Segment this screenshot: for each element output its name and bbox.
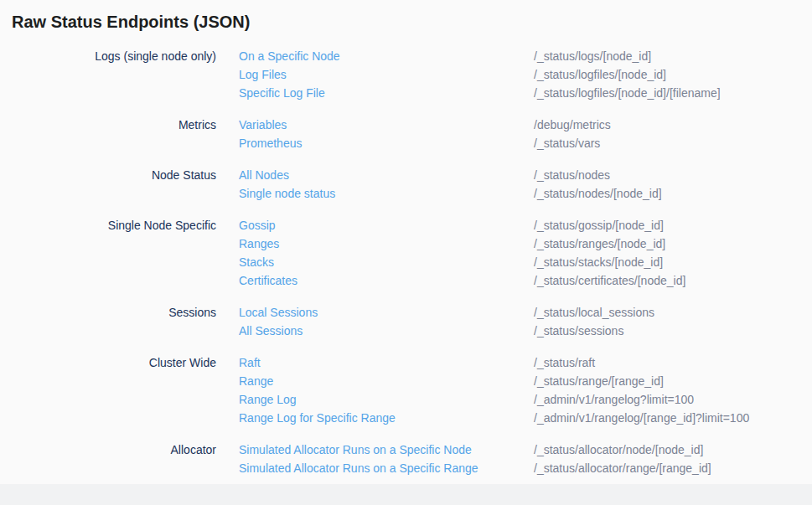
endpoint-path: /_status/allocator/node/[node_id] (534, 441, 703, 459)
endpoint-row: Range Log for Specific Range /_admin/v1/… (239, 409, 749, 427)
endpoint-link[interactable]: Range Log for Specific Range (239, 409, 534, 427)
endpoint-row: On a Specific Node /_status/logs/[node_i… (239, 47, 721, 65)
endpoint-row: Local Sessions /_status/local_sessions (239, 303, 654, 322)
endpoint-row: Stacks /_status/stacks/[node_id] (239, 253, 685, 271)
endpoint-path: /_status/logfiles/[node_id]/[filename] (534, 84, 721, 102)
endpoint-link[interactable]: Single node status (239, 184, 534, 203)
endpoint-path: /_admin/v1/rangelog?limit=100 (534, 390, 694, 409)
endpoint-row: Ranges /_status/ranges/[node_id] (239, 234, 685, 253)
endpoint-row: All Sessions /_status/sessions (239, 322, 654, 340)
endpoints-table: Logs (single node only) On a Specific No… (0, 47, 812, 477)
endpoint-link[interactable]: Raft (239, 353, 534, 372)
endpoint-row: All Nodes /_status/nodes (239, 166, 662, 184)
endpoint-rows: Variables /debug/metrics Prometheus /_st… (239, 116, 611, 152)
endpoint-group-cluster-wide: Cluster Wide Raft /_status/raft Range /_… (0, 353, 812, 427)
endpoint-rows: Local Sessions /_status/local_sessions A… (239, 303, 654, 340)
endpoint-row: Variables /debug/metrics (239, 116, 611, 134)
endpoint-row: Certificates /_status/certificates/[node… (239, 271, 685, 290)
category-label: Node Status (0, 166, 216, 203)
endpoint-link[interactable]: Simulated Allocator Runs on a Specific N… (239, 441, 534, 459)
endpoint-link[interactable]: Certificates (239, 271, 534, 290)
endpoint-path: /_status/logfiles/[node_id] (534, 65, 666, 84)
endpoint-path: /_status/nodes/[node_id] (534, 184, 662, 203)
endpoint-path: /_status/stacks/[node_id] (534, 253, 663, 271)
endpoint-group-allocator: Allocator Simulated Allocator Runs on a … (0, 441, 812, 477)
category-label: Sessions (0, 303, 216, 340)
endpoint-row: Simulated Allocator Runs on a Specific R… (239, 459, 711, 477)
endpoint-link[interactable]: Local Sessions (239, 303, 534, 322)
endpoint-path: /debug/metrics (534, 116, 611, 134)
endpoint-link[interactable]: Stacks (239, 253, 534, 271)
category-label: Allocator (0, 441, 216, 477)
endpoint-link[interactable]: Log Files (239, 65, 534, 84)
endpoint-path: /_status/allocator/range/[range_id] (534, 459, 711, 477)
endpoint-path: /_status/local_sessions (534, 303, 654, 322)
endpoint-path: /_status/raft (534, 353, 595, 372)
debug-page: { "page": { "title": "Raw Status Endpoin… (0, 0, 812, 505)
footer-band (0, 484, 812, 505)
endpoint-rows: Simulated Allocator Runs on a Specific N… (239, 441, 711, 477)
endpoint-rows: Raft /_status/raft Range /_status/range/… (239, 353, 749, 427)
endpoint-path: /_status/nodes (534, 166, 610, 184)
endpoint-path: /_status/ranges/[node_id] (534, 234, 665, 253)
endpoint-link[interactable]: Ranges (239, 234, 534, 253)
endpoint-path: /_admin/v1/rangelog/[range_id]?limit=100 (534, 409, 749, 427)
endpoint-link[interactable]: Range Log (239, 390, 534, 409)
category-label: Logs (single node only) (0, 47, 216, 102)
category-label: Cluster Wide (0, 353, 216, 427)
endpoint-row: Simulated Allocator Runs on a Specific N… (239, 441, 711, 459)
endpoint-link[interactable]: Specific Log File (239, 84, 534, 102)
endpoint-row: Raft /_status/raft (239, 353, 749, 372)
endpoint-link[interactable]: Gossip (239, 216, 534, 234)
endpoint-row: Range Log /_admin/v1/rangelog?limit=100 (239, 390, 749, 409)
endpoint-path: /_status/logs/[node_id] (534, 47, 651, 65)
endpoint-link[interactable]: All Nodes (239, 166, 534, 184)
endpoint-path: /_status/certificates/[node_id] (534, 271, 685, 290)
endpoint-path: /_status/range/[range_id] (534, 372, 664, 390)
endpoint-link[interactable]: Variables (239, 116, 534, 134)
endpoint-row: Specific Log File /_status/logfiles/[nod… (239, 84, 721, 102)
endpoint-link[interactable]: On a Specific Node (239, 47, 534, 65)
endpoint-group-node-status: Node Status All Nodes /_status/nodes Sin… (0, 166, 812, 203)
endpoint-link[interactable]: All Sessions (239, 322, 534, 340)
endpoint-group-single-node-specific: Single Node Specific Gossip /_status/gos… (0, 216, 812, 290)
endpoint-path: /_status/vars (534, 134, 600, 152)
endpoint-row: Single node status /_status/nodes/[node_… (239, 184, 662, 203)
endpoint-rows: All Nodes /_status/nodes Single node sta… (239, 166, 662, 203)
endpoint-row: Gossip /_status/gossip/[node_id] (239, 216, 685, 234)
endpoint-row: Prometheus /_status/vars (239, 134, 611, 152)
endpoint-path: /_status/sessions (534, 322, 623, 340)
endpoint-link[interactable]: Simulated Allocator Runs on a Specific R… (239, 459, 534, 477)
page-title: Raw Status Endpoints (JSON) (12, 11, 812, 33)
endpoint-path: /_status/gossip/[node_id] (534, 216, 664, 234)
category-label: Metrics (0, 116, 216, 152)
category-label: Single Node Specific (0, 216, 216, 290)
endpoint-row: Log Files /_status/logfiles/[node_id] (239, 65, 721, 84)
endpoint-group-metrics: Metrics Variables /debug/metrics Prometh… (0, 116, 812, 152)
endpoint-row: Range /_status/range/[range_id] (239, 372, 749, 390)
endpoint-link[interactable]: Prometheus (239, 134, 534, 152)
endpoint-group-sessions: Sessions Local Sessions /_status/local_s… (0, 303, 812, 340)
endpoint-group-logs: Logs (single node only) On a Specific No… (0, 47, 812, 102)
endpoint-link[interactable]: Range (239, 372, 534, 390)
endpoint-rows: Gossip /_status/gossip/[node_id] Ranges … (239, 216, 685, 290)
endpoint-rows: On a Specific Node /_status/logs/[node_i… (239, 47, 721, 102)
